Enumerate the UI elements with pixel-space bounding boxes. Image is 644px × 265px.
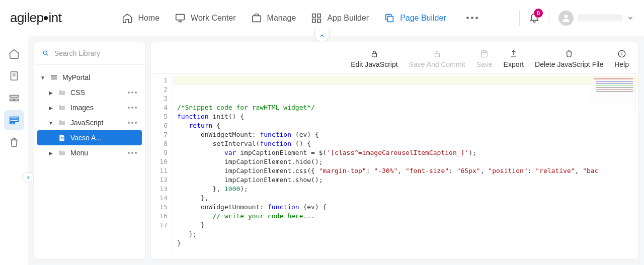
more-icon[interactable]	[126, 150, 139, 156]
header-right: 0	[519, 11, 634, 26]
delete-file-button[interactable]: Delete JavaScript File	[535, 49, 603, 68]
rail-trash[interactable]	[4, 132, 24, 152]
collapse-icon: ▼	[40, 75, 45, 80]
svg-rect-17	[51, 75, 57, 76]
editor-panel: Edit JavaScript Save And Commit Save Exp…	[151, 42, 638, 259]
tree-folder-menu[interactable]: ▶ Menu	[37, 145, 142, 160]
notification-count: 0	[534, 9, 543, 18]
collapse-icon: ▼	[48, 120, 53, 126]
nav-home[interactable]: Home	[122, 13, 159, 24]
search-wrap	[34, 42, 145, 65]
svg-rect-9	[10, 96, 19, 98]
monitor-icon	[175, 13, 186, 24]
save-button: Save	[476, 49, 493, 68]
code-area[interactable]: /*Snippet code for rawHTML widget*/funct…	[173, 74, 638, 259]
editor-toolbar: Edit JavaScript Save And Commit Save Exp…	[151, 42, 638, 73]
tree-root-myportal[interactable]: ▼ MyPortal	[37, 70, 142, 85]
nav-page-builder[interactable]: Page Builder	[384, 13, 446, 24]
avatar	[558, 11, 574, 26]
tree-label: MyPortal	[62, 73, 139, 81]
tool-label: Export	[504, 60, 524, 68]
save-icon	[480, 49, 489, 58]
svg-rect-12	[10, 117, 19, 119]
code-editor[interactable]: 1234567891011121314151617 /*Snippet code…	[151, 73, 638, 259]
tree-label: JavaScript	[70, 119, 122, 127]
folder-icon	[57, 104, 66, 112]
rail-library[interactable]	[4, 110, 24, 130]
svg-rect-1	[252, 16, 261, 22]
more-icon[interactable]	[126, 105, 139, 111]
help-button[interactable]: Help	[614, 49, 629, 68]
nav-label: Work Center	[191, 14, 236, 23]
tool-label: Delete JavaScript File	[535, 60, 603, 68]
nav-work-center[interactable]: Work Center	[175, 13, 236, 24]
svg-rect-21	[483, 51, 486, 53]
svg-point-15	[43, 51, 47, 54]
js-file-icon: JS	[57, 134, 66, 142]
more-icon[interactable]	[126, 120, 139, 126]
tree-folder-images[interactable]: ▶ Images	[37, 100, 142, 115]
rail-home[interactable]	[4, 44, 24, 64]
tool-label: Save	[476, 60, 493, 68]
collapse-header-button[interactable]	[314, 30, 330, 41]
save-commit-button: Save And Commit	[409, 49, 465, 68]
chevron-up-icon	[319, 33, 325, 39]
folder-icon	[57, 89, 66, 97]
tree-folder-javascript[interactable]: ▼ JavaScript	[37, 115, 142, 130]
nav-app-builder[interactable]: App Builder	[311, 13, 369, 24]
svg-point-7	[565, 15, 568, 18]
svg-rect-3	[317, 14, 320, 17]
app-header: agilepint Home Work Center Manage App Bu…	[0, 0, 644, 36]
home-icon	[122, 13, 133, 24]
export-icon	[509, 49, 518, 58]
library-tree: ▼ MyPortal ▶ CSS ▶ Images ▼ JavaScript	[34, 65, 145, 259]
tree-label: Vacso A...	[70, 134, 139, 142]
tool-label: Edit JavaScript	[351, 60, 397, 68]
nav-label: Page Builder	[400, 14, 446, 23]
svg-rect-10	[10, 99, 14, 101]
unlock-icon	[433, 49, 442, 58]
library-panel: ▼ MyPortal ▶ CSS ▶ Images ▼ JavaScript	[34, 42, 145, 259]
nav-label: Manage	[267, 14, 296, 23]
line-gutter: 1234567891011121314151617	[151, 74, 173, 259]
svg-rect-19	[372, 53, 376, 57]
search-input[interactable]	[54, 49, 137, 57]
svg-rect-13	[10, 120, 19, 122]
divider	[519, 11, 520, 26]
tree-file-selected[interactable]: JS Vacso A...	[37, 130, 142, 145]
nav-label: Home	[138, 14, 159, 23]
briefcase-icon	[251, 13, 262, 24]
svg-rect-14	[10, 123, 15, 124]
tree-label: Menu	[70, 149, 122, 157]
logo: agilepint	[10, 10, 61, 26]
grid-icon	[311, 13, 322, 24]
user-menu[interactable]	[558, 11, 634, 26]
svg-rect-20	[435, 53, 439, 57]
main-nav: Home Work Center Manage App Builder Page…	[122, 13, 482, 24]
export-button[interactable]: Export	[504, 49, 524, 68]
svg-rect-2	[312, 14, 315, 17]
rail-components[interactable]	[4, 88, 24, 108]
folder-icon	[57, 119, 66, 127]
current-line-highlight	[173, 76, 638, 85]
workspace: ▼ MyPortal ▶ CSS ▶ Images ▼ JavaScript	[0, 36, 644, 265]
search-icon	[42, 49, 49, 57]
edit-javascript-button[interactable]: Edit JavaScript	[351, 49, 397, 68]
nav-manage[interactable]: Manage	[251, 13, 296, 24]
expand-icon: ▶	[48, 90, 53, 96]
tree-label: CSS	[70, 89, 122, 97]
svg-rect-4	[312, 19, 315, 22]
more-icon[interactable]	[126, 90, 139, 96]
info-icon	[617, 49, 626, 58]
chevron-right-icon	[26, 175, 31, 180]
nav-more[interactable]	[461, 17, 483, 19]
svg-rect-6	[387, 16, 393, 22]
svg-rect-5	[317, 19, 320, 22]
svg-rect-11	[15, 99, 18, 101]
expand-rail-button[interactable]	[23, 172, 34, 183]
rail-pages[interactable]	[4, 66, 24, 86]
left-rail	[0, 36, 28, 265]
svg-text:JS: JS	[60, 137, 64, 140]
tree-folder-css[interactable]: ▶ CSS	[37, 85, 142, 100]
notifications-button[interactable]: 0	[529, 12, 540, 24]
